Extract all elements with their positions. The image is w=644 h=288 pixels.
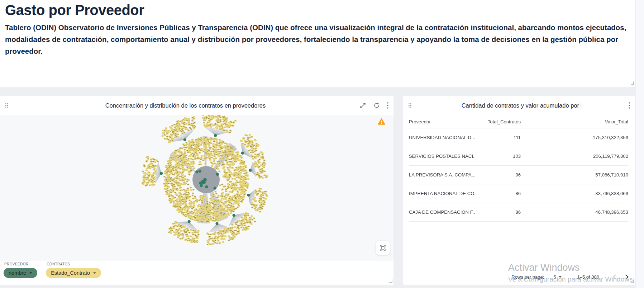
- cell-total-contratos: 111: [475, 135, 521, 140]
- cell-valor-total: 33,796,838,069: [521, 191, 628, 196]
- resize-grip-icon[interactable]: [388, 278, 392, 284]
- header-card: Gasto por Proveedor Tablero (ODIN) Obser…: [0, 0, 635, 87]
- proveedor-chip[interactable]: nombre: [4, 268, 37, 278]
- column-header-total-contratos[interactable]: Total_Contratos: [475, 119, 521, 124]
- cell-valor-total: 46,748,396,653: [521, 209, 628, 215]
- network-graph[interactable]: [0, 115, 393, 261]
- chevron-down-icon: [93, 272, 96, 274]
- cell-valor-total: 175,310,322,359: [521, 135, 628, 140]
- providers-table: Proveedor Total_Contratos Valor_Total UN…: [409, 115, 628, 222]
- next-page-button[interactable]: [624, 273, 630, 281]
- fit-to-screen-button[interactable]: [376, 241, 390, 255]
- drag-handle-icon[interactable]: [408, 103, 412, 108]
- pagination-range: 1–5 of 300: [577, 274, 599, 280]
- kebab-menu-icon[interactable]: [387, 102, 388, 109]
- chevron-down-icon: [29, 272, 32, 274]
- table-row: UNIVERSIDAD NACIONAL D... 111 175,310,32…: [409, 128, 628, 147]
- page-title: Gasto por Proveedor: [5, 2, 630, 18]
- scrollbar-track: [636, 0, 644, 288]
- cell-proveedor: LA PREVISORA S.A. COMPA...: [409, 172, 475, 178]
- rows-per-page-select[interactable]: 5: [553, 274, 561, 280]
- dashboard-page: Gasto por Proveedor Tablero (ODIN) Obser…: [0, 0, 644, 288]
- title-truncation-mark: |: [580, 102, 582, 109]
- resize-grip-icon[interactable]: [630, 80, 634, 86]
- proveedor-chip-group: PROVEEDOR nombre: [4, 261, 37, 278]
- cell-total-contratos: 86: [475, 209, 521, 215]
- table-row: IMPRENTA NACIONAL DE CO... 86 33,796,838…: [409, 184, 628, 203]
- column-header-proveedor[interactable]: Proveedor: [409, 119, 475, 124]
- cell-valor-total: 206,119,779,302: [521, 154, 628, 159]
- table-row: SERVICIOS POSTALES NACI... 103 206,119,7…: [409, 147, 628, 166]
- table-panel-actions: [629, 102, 630, 109]
- graph-panel-title: Concentración y distribución de los cont…: [11, 102, 359, 109]
- cell-total-contratos: 86: [475, 191, 521, 196]
- cell-proveedor: UNIVERSIDAD NACIONAL D...: [409, 135, 475, 140]
- drag-handle-icon[interactable]: [5, 103, 9, 108]
- cell-proveedor: SERVICIOS POSTALES NACI...: [409, 154, 475, 159]
- column-header-valor-total[interactable]: Valor_Total: [521, 119, 628, 124]
- contratos-chip[interactable]: Estado_Contrato: [46, 268, 101, 278]
- resize-grip-icon[interactable]: [630, 278, 634, 284]
- refresh-icon[interactable]: [373, 102, 380, 109]
- table-panel-title-text: Cantidad de contratos y valor acumulado …: [462, 102, 579, 109]
- table-row: LA PREVISORA S.A. COMPA... 96 57,066,710…: [409, 166, 628, 184]
- expand-icon[interactable]: [359, 102, 366, 109]
- kebab-menu-icon[interactable]: [629, 102, 630, 109]
- cell-proveedor: IMPRENTA NACIONAL DE CO...: [409, 191, 475, 196]
- cell-proveedor: CAJA DE COMPENSACION F...: [409, 209, 475, 215]
- graph-panel-actions: [359, 102, 388, 109]
- graph-panel: Concentración y distribución de los cont…: [0, 96, 393, 285]
- proveedor-chip-value: nombre: [9, 270, 26, 276]
- table-panel: Cantidad de contratos y valor acumulado …: [403, 96, 635, 285]
- table-panel-header: Cantidad de contratos y valor acumulado …: [403, 96, 635, 115]
- cell-valor-total: 57,066,710,910: [521, 172, 628, 178]
- network-graph-canvas[interactable]: [0, 115, 393, 261]
- contratos-chip-group: CONTRATOS Estado_Contrato: [46, 261, 101, 278]
- cell-total-contratos: 103: [475, 154, 521, 159]
- contratos-chip-label: CONTRATOS: [46, 261, 101, 268]
- proveedor-chip-label: PROVEEDOR: [4, 261, 37, 268]
- graph-panel-header: Concentración y distribución de los cont…: [0, 96, 393, 115]
- warning-icon[interactable]: [377, 118, 386, 127]
- table-header-row: Proveedor Total_Contratos Valor_Total: [409, 115, 628, 128]
- contratos-chip-value: Estado_Contrato: [51, 270, 90, 276]
- graph-filter-chips: PROVEEDOR nombre CONTRATOS Estado_Contra…: [4, 261, 101, 278]
- page-description: Tablero (ODIN) Observatorio de Inversion…: [5, 22, 630, 57]
- rows-per-page-value: 5: [553, 274, 556, 280]
- table-panel-title: Cantidad de contratos y valor acumulado …: [415, 102, 629, 109]
- cell-total-contratos: 96: [475, 172, 521, 178]
- table-row: CAJA DE COMPENSACION F... 86 46,748,396,…: [409, 203, 628, 222]
- previous-page-button[interactable]: [611, 273, 617, 281]
- chevron-down-icon: [559, 276, 562, 278]
- table-pagination: Rows per page: 5 1–5 of 300: [511, 273, 630, 281]
- rows-per-page-label: Rows per page:: [511, 274, 544, 280]
